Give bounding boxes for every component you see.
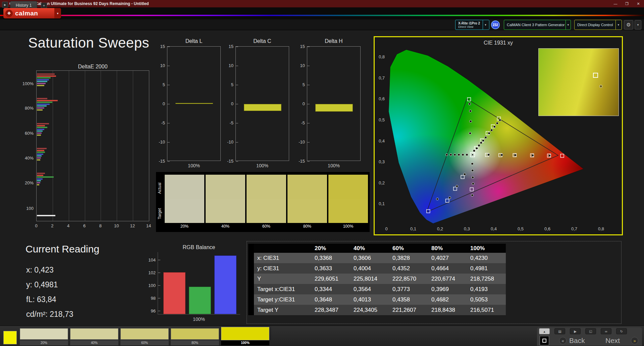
saturation-swatch-column: 40%: [206, 175, 245, 229]
chevron-down-icon[interactable]: ▾: [615, 20, 621, 30]
swatch-columns: 20%40%60%80%100%: [165, 175, 368, 229]
square-icon: [542, 339, 546, 343]
close-button[interactable]: ✕: [633, 0, 644, 7]
saturation-swatch-column: 80%: [287, 175, 327, 229]
cell-value: 216,5071: [467, 305, 506, 315]
axis-tick-label: 100: [148, 283, 156, 288]
cie-measurement-dot: [514, 154, 517, 156]
axis-tick-label: 0,5: [518, 226, 524, 231]
cell-value: 0,3368: [311, 253, 350, 263]
cie-measurement-dot: [501, 154, 503, 156]
cie-measurement-dot: [472, 183, 474, 185]
next-button[interactable]: Next: [605, 337, 620, 345]
pattern-swatch-label: 60%: [120, 340, 169, 345]
tick-mark: [307, 85, 310, 85]
cie-measurement-dot: [462, 154, 464, 156]
measurement-table: 20%40%60%80%100%x: CIE310,33680,36060,38…: [254, 244, 506, 315]
pattern-swatch-20%[interactable]: [20, 328, 68, 340]
axis-tick-label: 4: [67, 223, 69, 228]
cie-measurement-dot: [470, 120, 472, 123]
axis-tick-label: -15: [219, 159, 233, 164]
pattern-swatch-40%[interactable]: [70, 328, 118, 340]
resize-icon[interactable]: ◱: [585, 328, 596, 334]
corner-cell: [254, 244, 311, 253]
gridline: [85, 71, 85, 221]
chart-plot: [307, 46, 361, 161]
pattern-swatch-100%[interactable]: [221, 327, 269, 340]
pattern-generator-dropdown[interactable]: CalMAN Client 3 Pattern Generator ▾: [504, 20, 571, 30]
axis-tick-label: 60%: [25, 131, 34, 136]
play-icon[interactable]: ▶: [570, 328, 581, 334]
cie-measurement-dot: [448, 196, 451, 199]
next-chevron-icon[interactable]: »: [631, 337, 638, 344]
actual-row-label: Actual: [157, 175, 162, 201]
deltae-chart-plot: [36, 70, 149, 221]
cie-measurement-dot: [436, 198, 439, 200]
axis-label: 100%: [235, 163, 289, 168]
actual-swatch: [206, 175, 245, 199]
axis-label: 100%: [307, 163, 361, 168]
axis-tick-label: 0,2: [375, 180, 385, 185]
axis-tick-label: 14: [146, 223, 151, 228]
target-swatch: [287, 199, 327, 223]
panel-expander-icon[interactable]: ▶: [2, 2, 8, 8]
rgb-balance-title: RGB Balance: [158, 244, 240, 250]
tick-mark: [307, 66, 310, 66]
back-button[interactable]: Back: [569, 337, 585, 345]
cell-value: 0,3633: [311, 263, 350, 274]
cell-value: 224,3405: [350, 305, 389, 315]
meter-dropdown[interactable]: X-Rite i1Pro 2 Direct View ▾: [455, 20, 489, 30]
axis-tick-label: 0: [150, 101, 165, 106]
chevron-down-icon[interactable]: ▾: [566, 20, 571, 30]
display-control-label: Direct Display Control: [575, 20, 615, 30]
target-swatch: [328, 199, 368, 223]
chevron-down-icon[interactable]: ▾: [483, 20, 488, 30]
pattern-swatch-60%[interactable]: [120, 328, 169, 340]
calman-menu-button[interactable]: ❖ calman ▾: [3, 8, 61, 18]
swatch-label: 80%: [287, 224, 327, 229]
repeat-icon[interactable]: ↻: [616, 328, 627, 334]
calman-emblem-icon: ❖: [5, 10, 13, 17]
delta-bar: [175, 103, 213, 104]
chevron-down-icon[interactable]: ▾: [54, 8, 61, 18]
stop-pattern-button[interactable]: [540, 336, 549, 345]
page-title: Saturation Sweeps: [28, 35, 149, 51]
gridline: [53, 71, 53, 221]
table-header-row: 20%40%60%80%100%: [254, 244, 506, 253]
meter-mode: Direct View: [458, 25, 480, 28]
collapse-icon[interactable]: ▴: [539, 328, 550, 334]
link-icon[interactable]: ∞: [601, 328, 611, 334]
gear-icon[interactable]: ⚙: [624, 20, 633, 30]
actual-target-swatch-panel: Actual Target 20%40%60%80%100%: [156, 172, 370, 232]
maximize-button[interactable]: ❐: [621, 0, 633, 7]
tick-mark: [158, 311, 160, 311]
current-reading-title: Current Reading: [25, 243, 99, 255]
minimize-button[interactable]: —: [610, 0, 621, 7]
axis-tick-label: 102: [148, 270, 156, 275]
display-control-dropdown[interactable]: Direct Display Control ▾: [574, 20, 622, 30]
deltae-bar: [37, 152, 45, 153]
deltae-bar: [37, 127, 47, 128]
axis-tick-label: 0,1: [375, 201, 385, 206]
pattern-swatch-80%[interactable]: [171, 328, 219, 340]
saturation-swatch-column: 60%: [247, 175, 286, 229]
cie-measurement-dot: [471, 194, 474, 196]
axis-tick-label: 5: [150, 82, 165, 87]
deltae-bar: [37, 132, 42, 134]
delete-icon[interactable]: ▤: [554, 328, 565, 334]
deltae-bar: [37, 123, 49, 124]
cie-measurement-dot: [499, 119, 501, 121]
axis-tick-label: 96: [151, 308, 156, 313]
chevron-down-icon[interactable]: ▾: [635, 20, 641, 30]
deltae-bar: [37, 79, 49, 80]
target-swatch: [206, 199, 245, 223]
cell-value: 0,4193: [467, 284, 506, 294]
cell-value: 0,3564: [350, 284, 389, 294]
tick-mark: [307, 142, 310, 142]
back-chevron-icon[interactable]: «: [559, 337, 567, 344]
axis-tick-label: -5: [290, 120, 305, 125]
pattern-swatch-label: 20%: [20, 340, 68, 345]
axis-tick-label: 5: [219, 82, 233, 87]
rgb-bar-green: [189, 287, 211, 314]
deltae-bar: [37, 77, 51, 78]
